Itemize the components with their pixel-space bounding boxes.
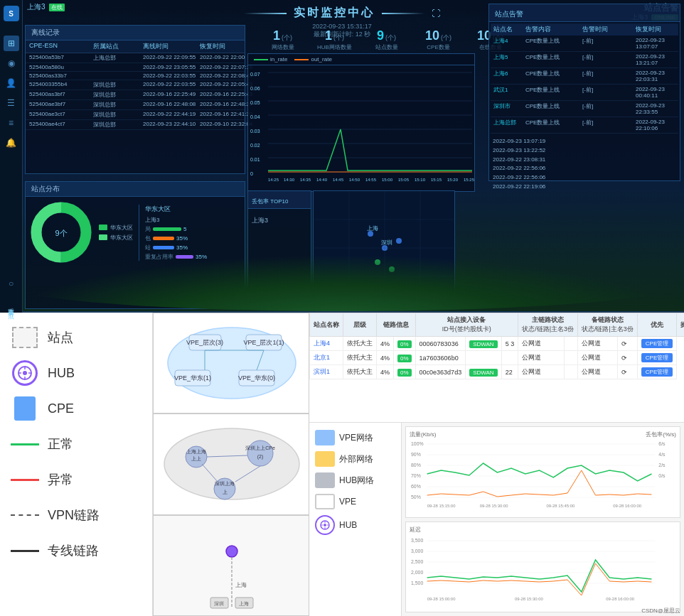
th-device: 站点接入设备ID号(签约股线卡) [415,313,518,337]
vpe-node-legend: VPE [315,494,395,509]
svg-text:09-28 15:30:00: 09-28 15:30:00 [515,596,543,600]
svg-text:上海: 上海 [239,601,249,606]
priority-icon: ⟳ [617,351,637,365]
station-link[interactable]: 上海4 [314,340,330,347]
station-icon [12,327,38,348]
backup-type: 公网道 [577,351,617,365]
normal-line-box [11,430,39,458]
legend-abnormal: 异常 [11,465,141,494]
sidebar-menu-icon[interactable]: ≡ [4,115,19,131]
svg-text:上上: 上上 [191,456,201,461]
hub-dist-title: 华东大区 [145,205,241,214]
svg-text:VPE_华东(0): VPE_华东(0) [238,374,275,382]
table-row: 525400as33b72022-09-22 22:03:552022-09-2… [26,72,245,80]
svg-text:15:00: 15:00 [382,178,393,182]
svg-point-33 [368,231,373,237]
legend-out-rate: out_rate [294,56,331,63]
svg-text:0.04: 0.04 [250,114,260,119]
site-count: 9 [377,28,384,43]
svg-text:0.03: 0.03 [250,129,260,134]
delay-chart-title: 延迟 [410,526,676,534]
svg-text:深圳: 深圳 [381,239,392,246]
network-panels: VPE_层次(3) VPE_层次1(1) VPE_华东(1) VPE_华东(0) [153,313,309,616]
site-unit: (个) [385,33,396,43]
col-site: 所属站点 [93,42,143,51]
alert-row: 上海4 CPE数量上线 [-前] 2022-09-23 13:07:07 [491,36,678,52]
svg-text:100%: 100% [411,441,424,446]
hub-stat-row3: 站 35% [145,244,241,252]
location-label: 上海3 [27,2,46,12]
dashboard-top: S ⊞ ◉ 👤 ☰ ≡ 🔔 ○ 重要节点 上海3 在线 实时监控中心 ⛶ 202… [0,0,684,313]
expand-icon[interactable]: ⛶ [432,9,440,18]
svg-point-47 [23,371,27,375]
hub-icon [12,360,38,386]
th-action: 操作 [677,313,684,337]
cpe-icon-box [11,394,39,423]
table-row: 滨圳1 依托大主 4% 0% 00c0e363d7d3 SDWAN 22 公网道… [310,365,685,379]
svg-text:3,500: 3,500 [411,537,423,542]
city-cloud-diagram: 上海上海 上上 深圳上上CPe (2) 深圳上海 上 [153,414,309,514]
main-count: 22 [501,365,518,379]
offline-panel-title: 离线记录 [31,28,60,38]
sidebar-home-icon[interactable]: ⊞ [4,36,19,51]
stat-cpe: 10 (个) CPE数量 [419,28,458,51]
stats-row: 1 (个) 网络数量 1 (个) HUB网络数量 9 (个) 站点数量 10 (… [263,28,510,51]
link-status-badge: 0% [397,355,412,362]
svg-text:14:35: 14:35 [300,178,311,182]
normal-line-icon [11,443,39,445]
svg-text:VPE_层次(3): VPE_层次(3) [186,339,223,346]
external-label: 外部网络 [339,453,373,465]
cpe-manage-btn[interactable]: CPE管理 [641,353,673,362]
alert-row: 武汉1 CPE数量上线 [-前] 2022-09-23 00:40:11 [491,85,678,101]
location-status: 在线 [49,4,65,11]
svg-text:深圳: 深圳 [214,601,224,606]
station-level: 依托大主 [343,351,377,365]
bottom-charts-row: VPE网络 外部网络 HUB网络 VPE [309,423,684,616]
hub-stat-row2: 包 35% [145,234,241,242]
cpe-unit: (个) [441,33,451,43]
offline-table-body: 525400a53b7上海总部2022-09-22 22:09:552022-0… [26,53,245,130]
table-row: 北京1 依托大主 4% 0% 1a7603606b0 公网道 公网道 ⟳ CPE… [310,351,685,365]
main-type: 公网道 [518,365,565,379]
station-link[interactable]: 滨圳1 [314,368,330,375]
backup-status [565,365,578,379]
sidebar-alert-icon[interactable]: 🔔 [4,135,19,151]
svg-text:15:20: 15:20 [447,178,459,182]
sidebar-settings-icon[interactable]: ☰ [4,95,19,111]
legend-vpn-label: VPN链路 [48,507,100,524]
station-link[interactable]: 北京1 [314,354,330,361]
hub-unit: (个) [333,33,344,43]
legend-lightgreen [99,234,107,240]
cpe-manage-btn[interactable]: CPE管理 [641,367,673,377]
svg-text:70%: 70% [411,473,421,478]
hub-node-label: HUB [339,520,357,530]
table-row: 525400a53b7上海总部2022-09-22 22:09:552022-0… [26,53,245,63]
backup-type: 公网道 [577,365,617,379]
cpe-manage-btn[interactable]: CPE管理 [641,339,673,348]
alert-table-container: 站点名 告警内容 告警时间 恢复时间 上海4 CPE数量上线 [-前] 2022… [489,22,680,135]
svg-text:09-28 15:00:00: 09-28 15:00:00 [427,596,456,600]
legend-abnormal-label: 异常 [48,471,73,488]
sidebar-user-icon[interactable]: 👤 [4,75,19,91]
top10-body: 上海3 [248,209,311,229]
sidebar-profile-icon[interactable]: ○ [4,276,19,291]
network-label: 网络数量 [263,43,302,51]
right-main-panel: 站点名称 层级 链路信息 站点接入设备ID号(签约股线卡) 主链路状态状态/链路… [309,313,684,616]
packetloss-chart-title: 丢包率(%/s) [646,431,676,438]
network-count: 1 [273,28,280,43]
dedicated-line-icon [11,550,39,552]
legend-normal: 正常 [11,430,141,458]
app-logo[interactable]: S [4,6,19,21]
sidebar-network-icon[interactable]: ◉ [4,55,19,71]
th-link: 链路信息 [377,313,416,337]
traffic-chart-svg: 100% 90% 80% 70% 60% 50% 6/s 4/s 2/s 0/s [410,438,676,509]
hub-node-legend: HUB [315,515,395,535]
donut-chart: 9个 [29,200,93,264]
svg-text:上海: 上海 [367,225,378,232]
vpe-label: VPE网络 [339,432,373,444]
traffic-chart-title: 流量(Kb/s) [410,431,436,438]
external-legend: 外部网络 [315,451,395,467]
table-row: 525400as3bf7深圳总部2022-09-16 22:25:492022-… [26,90,245,100]
svg-text:0.06: 0.06 [250,86,260,91]
legend-vpn: VPN链路 [11,501,141,529]
